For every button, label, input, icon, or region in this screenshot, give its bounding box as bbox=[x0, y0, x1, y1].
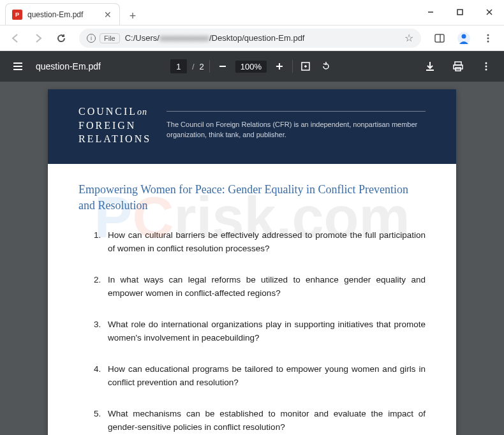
browser-menu-icon[interactable] bbox=[477, 27, 499, 49]
bookmark-star-icon[interactable]: ☆ bbox=[404, 32, 413, 44]
site-info-icon[interactable]: i bbox=[87, 34, 96, 43]
question-item: 5.What mechanisms can be established to … bbox=[94, 408, 426, 434]
svg-rect-21 bbox=[454, 65, 463, 69]
question-item: 2.In what ways can legal reforms be util… bbox=[94, 274, 426, 300]
svg-point-25 bbox=[485, 69, 487, 71]
hamburger-menu-icon[interactable] bbox=[10, 59, 26, 74]
browser-tab[interactable]: P question-Em.pdf ✕ bbox=[5, 3, 120, 25]
reload-button[interactable] bbox=[51, 28, 71, 48]
svg-point-10 bbox=[487, 40, 489, 42]
close-tab-icon[interactable]: ✕ bbox=[103, 10, 113, 20]
back-button[interactable] bbox=[5, 28, 26, 48]
question-text: What role do international organizations… bbox=[108, 318, 426, 345]
zoom-in-button[interactable] bbox=[272, 59, 287, 74]
print-icon[interactable] bbox=[450, 59, 466, 74]
page-total: 2 bbox=[200, 62, 204, 71]
question-item: 4.How can educational programs be tailor… bbox=[94, 363, 426, 390]
question-text: How can cultural barriers be effectively… bbox=[108, 229, 426, 256]
pdf-filename: question-Em.pdf bbox=[36, 61, 101, 71]
pdf-more-menu-icon[interactable] bbox=[478, 59, 494, 74]
document-body: Empowering Women for Peace: Gender Equal… bbox=[48, 164, 456, 435]
question-number: 1. bbox=[94, 229, 108, 256]
rotate-icon[interactable] bbox=[318, 59, 334, 74]
file-scheme-badge: File bbox=[100, 33, 120, 43]
question-number: 4. bbox=[94, 363, 108, 390]
svg-rect-1 bbox=[457, 10, 463, 15]
question-number: 2. bbox=[94, 274, 108, 300]
question-item: 1.How can cultural barriers be effective… bbox=[94, 229, 426, 256]
side-panel-icon[interactable] bbox=[429, 27, 450, 49]
question-text: What mechanisms can be established to mo… bbox=[108, 408, 426, 434]
tab-title: question-Em.pdf bbox=[27, 10, 103, 19]
question-item: 3.What role do international organizatio… bbox=[94, 318, 426, 345]
question-number: 3. bbox=[94, 318, 108, 345]
question-text: In what ways can legal reforms be utiliz… bbox=[108, 274, 426, 300]
pdf-file-icon: P bbox=[12, 10, 22, 20]
document-title: Empowering Women for Peace: Gender Equal… bbox=[78, 182, 426, 214]
close-window-button[interactable] bbox=[475, 0, 504, 25]
svg-point-24 bbox=[485, 66, 487, 68]
question-number: 5. bbox=[94, 408, 108, 434]
minimize-button[interactable] bbox=[416, 0, 445, 25]
zoom-level: 100% bbox=[235, 61, 267, 73]
maximize-button[interactable] bbox=[445, 0, 475, 25]
svg-point-9 bbox=[487, 37, 489, 39]
toolbar-divider bbox=[292, 60, 293, 73]
address-bar[interactable]: i File C:/Users/xxxxxxxxxxxx/Desktop/que… bbox=[79, 29, 421, 48]
svg-point-8 bbox=[487, 34, 489, 36]
cfr-logo: COUNCILon FOREIGN RELATIONS bbox=[78, 105, 151, 146]
page-separator: / bbox=[192, 62, 195, 71]
forward-button[interactable] bbox=[28, 28, 48, 48]
toolbar-divider bbox=[209, 60, 210, 73]
zoom-out-button[interactable] bbox=[215, 59, 230, 74]
document-header: COUNCILon FOREIGN RELATIONS The Council … bbox=[48, 89, 456, 164]
header-description: The Council on Foreign Relations (CFR) i… bbox=[167, 119, 426, 140]
svg-point-7 bbox=[462, 34, 466, 38]
page-number-input[interactable] bbox=[170, 59, 187, 73]
download-icon[interactable] bbox=[422, 59, 438, 74]
pdf-page: COUNCILon FOREIGN RELATIONS The Council … bbox=[48, 89, 456, 435]
svg-rect-4 bbox=[435, 34, 444, 42]
question-text: How can educational programs be tailored… bbox=[108, 363, 426, 390]
profile-avatar-icon[interactable] bbox=[453, 27, 475, 49]
svg-point-23 bbox=[485, 63, 487, 64]
pdf-viewport[interactable]: COUNCILon FOREIGN RELATIONS The Council … bbox=[0, 82, 504, 435]
new-tab-button[interactable]: + bbox=[124, 7, 142, 25]
question-list: 1.How can cultural barriers be effective… bbox=[78, 229, 426, 434]
url-text: C:/Users/xxxxxxxxxxxx/Desktop/question-E… bbox=[125, 33, 404, 43]
browser-toolbar: i File C:/Users/xxxxxxxxxxxx/Desktop/que… bbox=[0, 26, 504, 51]
window-titlebar: P question-Em.pdf ✕ + bbox=[0, 0, 504, 26]
fit-page-icon[interactable] bbox=[298, 59, 313, 74]
pdf-viewer-toolbar: question-Em.pdf / 2 100% bbox=[0, 51, 504, 82]
